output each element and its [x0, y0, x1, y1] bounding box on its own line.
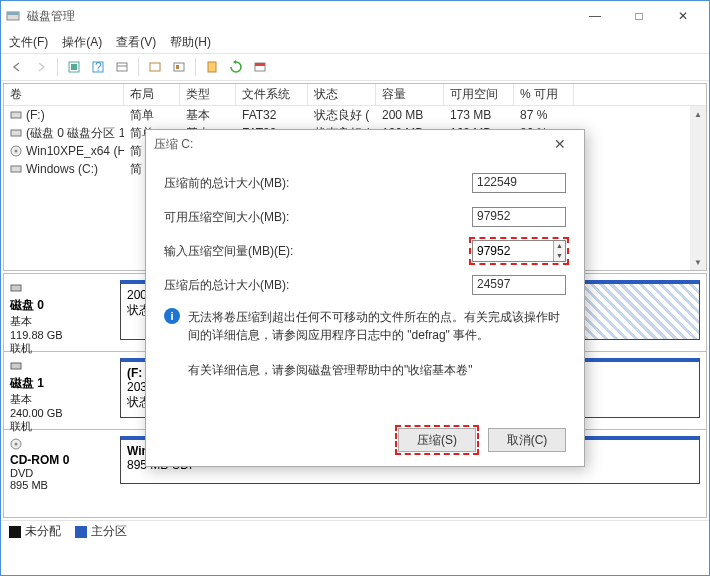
svg-rect-19	[11, 285, 21, 291]
volume-icon	[10, 127, 22, 139]
disk-icon	[10, 282, 22, 294]
dialog-titlebar: 压缩 C: ✕	[146, 130, 584, 158]
shrink-amount-input[interactable]: ▲▼	[472, 240, 566, 262]
cancel-button[interactable]: 取消(C)	[488, 428, 566, 452]
svg-rect-20	[11, 363, 21, 369]
forward-button[interactable]	[31, 57, 51, 77]
info-icon: i	[164, 308, 180, 324]
volume-icon	[10, 109, 22, 121]
col-capacity[interactable]: 容量	[376, 84, 444, 105]
toolbar-btn-8[interactable]	[250, 57, 270, 77]
column-headers: 卷 布局 类型 文件系统 状态 容量 可用空间 % 可用	[4, 84, 706, 106]
svg-rect-8	[150, 63, 160, 71]
shrink-dialog: 压缩 C: ✕ 压缩前的总计大小(MB): 122549 可用压缩空间大小(MB…	[145, 129, 585, 467]
cd-drive-icon	[10, 438, 22, 450]
window-titlebar: 磁盘管理 — □ ✕	[1, 1, 709, 31]
svg-rect-6	[117, 63, 127, 71]
toolbar-btn-5[interactable]	[169, 57, 189, 77]
toolbar-btn-6[interactable]	[202, 57, 222, 77]
label-total-before: 压缩前的总计大小(MB):	[164, 175, 344, 192]
disk-info: CD-ROM 0 DVD895 MB	[4, 436, 120, 492]
svg-rect-14	[11, 112, 21, 118]
maximize-button[interactable]: □	[617, 2, 661, 30]
disk-mgmt-icon	[5, 8, 21, 24]
col-free[interactable]: 可用空间	[444, 84, 514, 105]
svg-text:?: ?	[95, 60, 102, 74]
legend-primary: 主分区	[75, 523, 127, 540]
menu-view[interactable]: 查看(V)	[116, 34, 156, 51]
scroll-up-icon[interactable]: ▲	[690, 106, 706, 122]
disk-info: 磁盘 0 基本119.88 GB联机	[4, 280, 120, 345]
menubar: 文件(F) 操作(A) 查看(V) 帮助(H)	[1, 31, 709, 53]
dialog-close-button[interactable]: ✕	[544, 136, 576, 152]
label-avail-shrink: 可用压缩空间大小(MB):	[164, 209, 344, 226]
col-fs[interactable]: 文件系统	[236, 84, 308, 105]
cd-icon	[10, 145, 22, 157]
svg-rect-3	[71, 64, 77, 70]
toolbar-btn-4[interactable]	[145, 57, 165, 77]
label-total-after: 压缩后的总计大小(MB):	[164, 277, 344, 294]
svg-point-17	[15, 150, 18, 153]
total-before-field: 122549	[472, 173, 566, 193]
menu-action[interactable]: 操作(A)	[62, 34, 102, 51]
shrink-button[interactable]: 压缩(S)	[398, 428, 476, 452]
window-title: 磁盘管理	[27, 8, 573, 25]
col-volume[interactable]: 卷	[4, 84, 124, 105]
toolbar-btn-1[interactable]	[64, 57, 84, 77]
volume-row[interactable]: (F:) 简单基本FAT32状态良好 (200 MB173 MB87 %	[4, 106, 706, 124]
refresh-button[interactable]	[226, 57, 246, 77]
legend: 未分配 主分区	[1, 520, 709, 542]
total-after-field: 24597	[472, 275, 566, 295]
col-status[interactable]: 状态	[308, 84, 376, 105]
svg-point-22	[15, 443, 18, 446]
svg-rect-18	[11, 166, 21, 172]
col-type[interactable]: 类型	[180, 84, 236, 105]
svg-rect-10	[176, 65, 179, 69]
disk-info: 磁盘 1 基本240.00 GB联机	[4, 358, 120, 423]
info-text-1: 无法将卷压缩到超出任何不可移动的文件所在的点。有关完成该操作时间的详细信息，请参…	[188, 308, 566, 344]
menu-help[interactable]: 帮助(H)	[170, 34, 211, 51]
svg-rect-13	[255, 63, 265, 66]
disk-icon	[10, 360, 22, 372]
spinner-up-icon[interactable]: ▲	[554, 241, 565, 251]
label-shrink-input: 输入压缩空间量(MB)(E):	[164, 243, 344, 260]
svg-rect-15	[11, 130, 21, 136]
toolbar: ?	[1, 53, 709, 81]
svg-rect-11	[208, 62, 216, 72]
scrollbar[interactable]: ▲ ▼	[690, 106, 706, 270]
close-button[interactable]: ✕	[661, 2, 705, 30]
info-text-2: 有关详细信息，请参阅磁盘管理帮助中的"收缩基本卷"	[188, 362, 566, 379]
menu-file[interactable]: 文件(F)	[9, 34, 48, 51]
toolbar-btn-help[interactable]: ?	[88, 57, 108, 77]
toolbar-btn-3[interactable]	[112, 57, 132, 77]
col-layout[interactable]: 布局	[124, 84, 180, 105]
svg-rect-1	[7, 12, 19, 15]
legend-unallocated: 未分配	[9, 523, 61, 540]
avail-shrink-field: 97952	[472, 207, 566, 227]
scroll-down-icon[interactable]: ▼	[690, 254, 706, 270]
volume-icon	[10, 163, 22, 175]
minimize-button[interactable]: —	[573, 2, 617, 30]
col-percent[interactable]: % 可用	[514, 84, 574, 105]
dialog-title: 压缩 C:	[154, 136, 544, 153]
back-button[interactable]	[7, 57, 27, 77]
shrink-amount-value[interactable]	[473, 244, 553, 258]
spinner-down-icon[interactable]: ▼	[554, 251, 565, 261]
